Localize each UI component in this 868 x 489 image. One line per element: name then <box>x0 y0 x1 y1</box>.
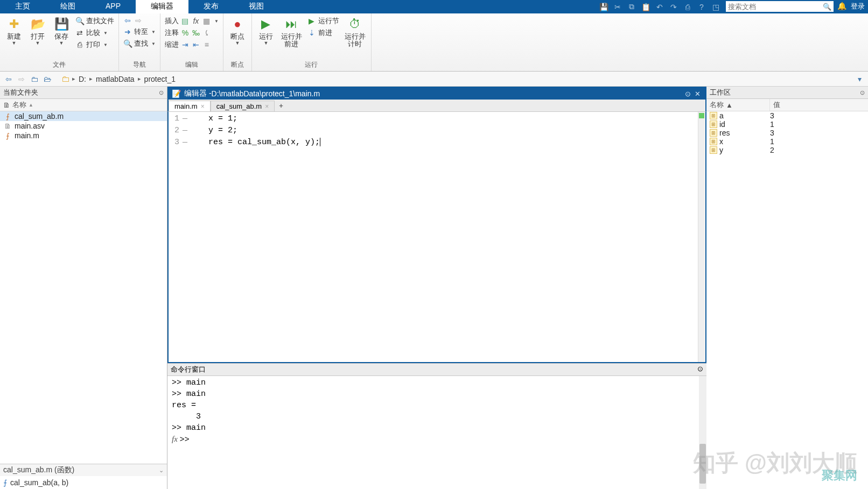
file-row[interactable]: ⨍main.m <box>0 131 167 140</box>
var-name: res <box>719 129 730 137</box>
comment-button[interactable]: 注释 % ‰ ⤹ <box>163 27 221 38</box>
compare-button[interactable]: ⇄ 比较 ▼ <box>73 27 116 38</box>
code-line[interactable]: x = 1; <box>194 113 694 125</box>
find-button[interactable]: 🔍 查找 ▼ <box>121 38 158 49</box>
path-history-icon[interactable]: 🗁 <box>42 74 53 84</box>
wrap-comment-icon: ⤹ <box>202 29 211 37</box>
code-line[interactable]: y = 2; <box>194 125 694 137</box>
group-label-nav: 导航 <box>133 60 146 70</box>
workspace-row[interactable]: ⊞id1 <box>706 120 868 129</box>
path-dropdown-icon[interactable]: ▾ <box>854 74 865 84</box>
run-advance-button[interactable]: ⏭ 运行并 前进 <box>278 16 305 49</box>
new-button[interactable]: ✚ 新建 ▼ <box>2 16 26 47</box>
editor-titlebar: 📝 编辑器 - D:\matlabData\protect_1\main.m ⊙… <box>167 87 706 100</box>
file-row[interactable]: 🗎main.asv <box>0 121 167 131</box>
workspace-row[interactable]: ⊞y2 <box>706 146 868 154</box>
open-button[interactable]: 📂 打开 ▼ <box>26 16 50 47</box>
main-tab-3[interactable]: 编辑器 <box>136 0 188 13</box>
details-collapse-icon[interactable]: ⌄ <box>159 467 164 474</box>
insert-button[interactable]: 插入 ▤ fx ▦ ▼ <box>163 16 221 26</box>
paste-icon[interactable]: 📋 <box>640 1 652 13</box>
path-bar: ⇦ ⇨ 🗀 🗁 🗀 ▸ D: ▸ matlabData ▸ protect_1 … <box>0 72 868 87</box>
file-icon: ⨍ <box>3 112 12 121</box>
ws-value-column-header[interactable]: 值 <box>770 99 783 111</box>
editor-tab[interactable]: main.m× <box>169 101 211 111</box>
undo-icon[interactable]: ↶ <box>654 1 666 13</box>
editor-tab[interactable]: cal_sum_ab.m× <box>211 101 275 111</box>
goto-button[interactable]: ➜ 转至 ▼ <box>121 26 158 37</box>
main-tab-5[interactable]: 视图 <box>234 0 279 13</box>
path-seg-1[interactable]: protect_1 <box>143 75 177 83</box>
breakpoint-button[interactable]: ● 断点 ▼ <box>226 16 249 47</box>
smart-indent-icon: ≡ <box>202 40 211 49</box>
workspace-row[interactable]: ⊞res3 <box>706 129 868 137</box>
save-button[interactable]: 💾 保存 ▼ <box>50 16 73 47</box>
ribbon-group-nav: ⇦ ⇨ ➜ 转至 ▼ 🔍 查找 ▼ 导航 <box>119 13 160 71</box>
path-back-icon[interactable]: ⇦ <box>3 74 14 84</box>
cmd-scrollbar-thumb[interactable] <box>699 444 706 484</box>
panel-menu-icon[interactable]: ⊙ <box>697 365 703 374</box>
search-icon[interactable]: 🔍 <box>823 3 831 11</box>
variable-icon: ⊞ <box>710 121 717 128</box>
workspace-list: ⊞a3⊞id1⊞res3⊞x1⊞y2 <box>706 111 868 489</box>
copy-icon[interactable]: ⧉ <box>626 1 638 13</box>
command-window[interactable]: >> main>> mainres = 3>> main fx>> <box>167 376 706 489</box>
editor-restore-icon[interactable]: ⊙ <box>683 90 692 98</box>
fx-prompt-icon: fx <box>172 435 178 443</box>
comment-icon: % <box>181 29 190 37</box>
add-tab-button[interactable]: + <box>275 101 288 111</box>
file-row[interactable]: ⨍cal_sum_ab.m <box>0 111 167 121</box>
path-drive[interactable]: D: <box>78 75 87 83</box>
search-docs-box[interactable]: 🔍 <box>726 1 834 12</box>
find-files-button[interactable]: 🔍 查找文件 <box>73 16 116 26</box>
close-tab-icon[interactable]: × <box>265 103 269 110</box>
advance-button[interactable]: ⇣ 前进 <box>305 27 341 38</box>
run-time-button[interactable]: ⏱ 运行并 计时 <box>341 16 369 49</box>
print-button[interactable]: ⎙ 打印 ▼ <box>73 39 116 50</box>
resources-icon[interactable]: ◳ <box>710 1 722 13</box>
cut-icon[interactable]: ✂ <box>612 1 624 13</box>
path-forward-icon[interactable]: ⇨ <box>16 74 27 84</box>
path-seg-0[interactable]: matlabData <box>95 75 136 83</box>
workspace-row[interactable]: ⊞a3 <box>706 111 868 120</box>
var-name: id <box>719 120 725 129</box>
save-icon[interactable]: 💾 <box>598 1 610 13</box>
cmd-scrollbar[interactable] <box>699 376 706 489</box>
workspace-panel: 工作区 ⊙ 名称 ▲ 值 ⊞a3⊞id1⊞res3⊞x1⊞y2 <box>706 87 868 489</box>
print-icon[interactable]: ⎙ <box>682 1 694 13</box>
code-message-strip[interactable] <box>698 112 705 362</box>
workspace-row[interactable]: ⊞x1 <box>706 137 868 146</box>
chevron-down-icon: ▼ <box>214 19 219 24</box>
run-section-button[interactable]: ▶ 运行节 <box>305 16 341 26</box>
editor-close-icon[interactable]: ✕ <box>692 90 702 98</box>
cmd-line: >> main <box>172 377 702 388</box>
indent-icon: ⇥ <box>181 40 190 49</box>
main-tab-1[interactable]: 绘图 <box>45 0 90 13</box>
notifications-icon[interactable]: 🔔 <box>836 0 848 12</box>
chevron-down-icon: ▼ <box>59 40 64 46</box>
panel-menu-icon[interactable]: ⊙ <box>860 89 865 96</box>
editor-tab-label: main.m <box>174 102 198 110</box>
nav-back-forward[interactable]: ⇦ ⇨ <box>121 16 158 25</box>
var-name: a <box>719 111 724 120</box>
login-link[interactable]: 登录 <box>848 0 868 13</box>
redo-icon[interactable]: ↷ <box>668 1 680 13</box>
file-name-column-header[interactable]: 🗎 名称 ▲ <box>0 99 167 111</box>
run-icon: ▶ <box>258 17 274 32</box>
goto-icon: ➜ <box>123 27 132 36</box>
ws-name-column-header[interactable]: 名称 ▲ <box>706 99 770 111</box>
search-docs-input[interactable] <box>728 3 823 11</box>
help-icon[interactable]: ? <box>696 1 708 13</box>
main-tab-2[interactable]: APP <box>90 0 136 13</box>
code-line[interactable]: res = cal_sum_ab(x, y); <box>194 137 694 148</box>
panel-menu-icon[interactable]: ⊙ <box>159 89 164 96</box>
path-sep-icon: ▸ <box>138 75 141 82</box>
run-button[interactable]: ▶ 运行 ▼ <box>254 16 278 47</box>
indent-button[interactable]: 缩进 ⇥ ⇤ ≡ <box>163 39 221 50</box>
main-tab-0[interactable]: 主页 <box>0 0 45 13</box>
close-tab-icon[interactable]: × <box>201 103 205 110</box>
arrow-right-icon: ⇨ <box>134 16 143 25</box>
code-editor[interactable]: 1—2—3— x = 1; y = 2; res = cal_sum_ab(x,… <box>167 112 706 363</box>
main-tab-4[interactable]: 发布 <box>188 0 234 13</box>
path-up-icon[interactable]: 🗀 <box>29 74 40 84</box>
